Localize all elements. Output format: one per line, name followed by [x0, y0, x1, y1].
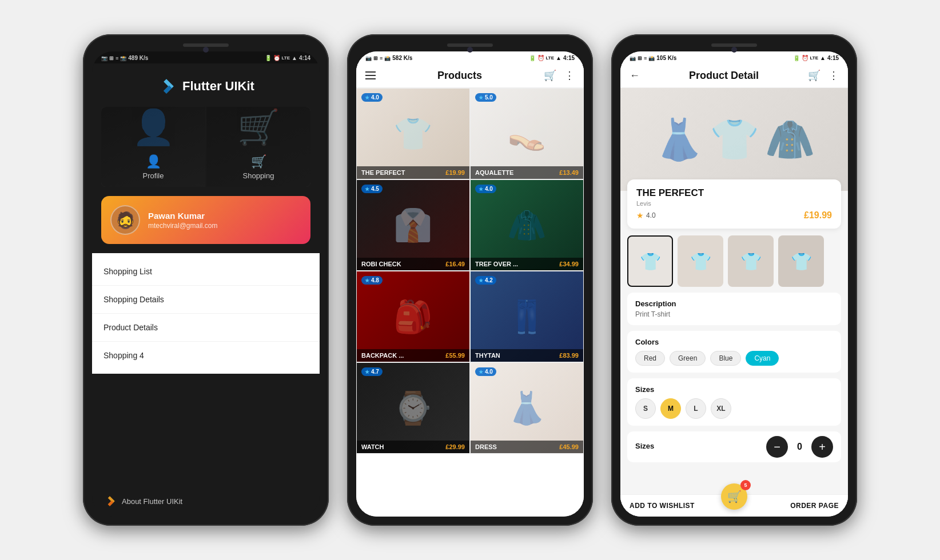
- product-info-bar-2: ROBI CHECK £16.49: [357, 258, 469, 270]
- thumb-2[interactable]: 👕: [678, 235, 723, 287]
- battery-icon-3: 🔋: [793, 55, 800, 61]
- menu-list: Shopping List Shopping Details Product D…: [92, 253, 320, 374]
- app-title-1: Flutter UIKit: [182, 79, 254, 94]
- menu-item-shopping-4[interactable]: Shopping 4: [92, 342, 320, 369]
- product-price-2: £16.49: [445, 261, 465, 267]
- add-to-wishlist-button[interactable]: ADD TO WISHLIST: [630, 502, 695, 510]
- size-m[interactable]: M: [660, 398, 681, 419]
- status-icons-left-3: 📷 ⊞ ≡ 📸 105 K/s: [630, 55, 676, 61]
- profile-icon: 👤: [146, 154, 161, 169]
- size-l[interactable]: L: [686, 398, 706, 419]
- wifi-icon-2: ▲: [556, 55, 561, 61]
- profile-figure: 👤: [132, 107, 175, 147]
- rating-badge-1: ★ 5.0: [475, 93, 496, 102]
- alarm-icon: ⏰: [273, 55, 280, 61]
- star-icon-5: ★: [479, 278, 483, 283]
- product-name-5: THYTAN: [475, 352, 500, 359]
- time-1: 4:14: [299, 55, 310, 61]
- product-image-0: 👕: [357, 89, 469, 179]
- phone2-main: Products 🛒 ⋮ 👕 ★ 4.0 THE PERFECT £19.99: [356, 63, 584, 517]
- rating-value-2: 4.5: [371, 186, 379, 192]
- thumb-4[interactable]: 👕: [778, 235, 824, 287]
- size-s[interactable]: S: [635, 398, 656, 419]
- product-card-2[interactable]: 👔 ★ 4.5 ROBI CHECK £16.49: [356, 179, 470, 271]
- sizes-label: Sizes: [635, 385, 833, 394]
- menu-item-shopping-details[interactable]: Shopping Details: [92, 286, 320, 314]
- description-section: Description Print T-shirt: [627, 293, 841, 325]
- hamburger-menu[interactable]: [365, 71, 376, 79]
- rating-value-6: 4.7: [371, 369, 379, 375]
- status-icons-right: 🔋 ⏰ LTE ▲ 4:14: [265, 55, 310, 61]
- flutter-logo-icon: [157, 77, 176, 95]
- product-price-0: £19.99: [445, 169, 465, 176]
- profile-avatar: 🧔: [110, 205, 140, 235]
- size-xl[interactable]: XL: [711, 398, 731, 419]
- more-icon-3[interactable]: ⋮: [829, 69, 839, 82]
- more-icon-2[interactable]: ⋮: [564, 69, 575, 82]
- products-grid: 👕 ★ 4.0 THE PERFECT £19.99 👡 ★ 5.0 AQUAL…: [356, 88, 584, 454]
- color-blue[interactable]: Blue: [710, 351, 741, 366]
- profile-gradient-card[interactable]: 🧔 Pawan Kumar mtechviral@gmail.com: [101, 196, 310, 244]
- status-icons-right-3: 🔋 ⏰ LTE ▲ 4:15: [793, 55, 839, 61]
- camera-icon: 📸: [120, 55, 126, 61]
- back-button[interactable]: ←: [630, 70, 640, 82]
- status-bar-3: 📷 ⊞ ≡ 📸 105 K/s 🔋 ⏰ LTE ▲ 4:15: [620, 51, 848, 63]
- cart-icon-3[interactable]: 🛒: [808, 69, 820, 82]
- qty-increase[interactable]: +: [811, 436, 833, 458]
- colors-label: Colors: [635, 338, 833, 346]
- qty-decrease[interactable]: −: [766, 436, 788, 458]
- product-card-5[interactable]: 👖 ★ 4.2 THYTAN £83.99: [470, 271, 584, 362]
- product-card-6[interactable]: ⌚ ★ 4.7 WATCH £29.99: [356, 362, 470, 454]
- product-price-3: £34.99: [559, 261, 579, 267]
- product-card-0[interactable]: 👕 ★ 4.0 THE PERFECT £19.99: [356, 88, 470, 179]
- app-bar-actions-3: 🛒 ⋮: [808, 69, 839, 82]
- shopping-icon: 🛒: [251, 154, 266, 169]
- product-card-1[interactable]: 👡 ★ 5.0 AQUALETTE £13.49: [470, 88, 584, 179]
- front-camera: [203, 47, 209, 53]
- product-name-2: ROBI CHECK: [361, 261, 401, 267]
- rating-value-5: 4.2: [485, 277, 493, 283]
- product-image-4: 🎒: [357, 271, 469, 362]
- lte-icon-3: LTE: [810, 55, 819, 61]
- product-name-0: THE PERFECT: [361, 169, 405, 176]
- products-title: Products: [437, 70, 482, 82]
- phone1-main: Flutter UIKit 👤 👤 Profile 🛒 🛒 Shopping: [92, 63, 320, 517]
- status-icons-left: 📷 ⊞ ≡ 📸 489 K/s: [101, 55, 148, 61]
- color-green[interactable]: Green: [670, 351, 706, 366]
- product-hero-image: 👗👕🧥: [620, 88, 848, 191]
- star-icon-6: ★: [365, 369, 369, 375]
- grid-icon: ⊞: [109, 55, 114, 61]
- order-page-button[interactable]: ORDER PAGE: [790, 502, 839, 510]
- lte-icon: LTE: [282, 55, 290, 61]
- star-icon-1: ★: [479, 95, 483, 101]
- thumb-3[interactable]: 👕: [728, 235, 774, 287]
- rating-badge-0: ★ 4.0: [361, 93, 383, 102]
- about-section[interactable]: About Flutter UIKit: [92, 486, 320, 517]
- menu-item-product-details[interactable]: Product Details: [92, 314, 320, 342]
- detail-title-bar: Product Detail: [689, 70, 759, 82]
- cart-icon-2[interactable]: 🛒: [544, 69, 556, 82]
- app-bar-3: ← Product Detail 🛒 ⋮: [620, 63, 848, 88]
- product-info-bar-3: TREF OVER ... £34.99: [471, 258, 583, 270]
- shopping-card[interactable]: 🛒 🛒 Shopping: [206, 107, 310, 187]
- thumb-1[interactable]: 👕: [627, 235, 673, 287]
- cart-fab-button[interactable]: 🛒 5: [721, 483, 747, 510]
- phone3-main: ← Product Detail 🛒 ⋮ 👗👕🧥 THE PERFECT Lev…: [620, 63, 848, 517]
- ig-icon-2: 📷: [365, 55, 372, 61]
- alarm-icon-3: ⏰: [802, 55, 808, 61]
- screen-1: 📷 ⊞ ≡ 📸 489 K/s 🔋 ⏰ LTE ▲ 4:14: [92, 51, 320, 517]
- color-red[interactable]: Red: [635, 351, 665, 366]
- star-icon-7: ★: [479, 369, 483, 375]
- menu-item-shopping-list[interactable]: Shopping List: [92, 258, 320, 286]
- profile-card[interactable]: 👤 👤 Profile: [101, 107, 205, 187]
- grid-icon-3: ⊞: [638, 55, 642, 61]
- hero-figures: 👗👕🧥: [654, 116, 815, 163]
- product-price-7: £45.99: [559, 443, 579, 450]
- product-card-3[interactable]: 🧥 ★ 4.0 TREF OVER ... £34.99: [470, 179, 584, 271]
- product-card-4[interactable]: 🎒 ★ 4.8 BACKPACK ... £55.99: [356, 271, 470, 362]
- color-cyan[interactable]: Cyan: [746, 351, 779, 366]
- product-card-7[interactable]: 👗 ★ 4.0 DRESS £45.99: [470, 362, 584, 454]
- wifi-icon: ▲: [292, 55, 297, 61]
- product-price-4: £55.99: [445, 352, 465, 359]
- product-name-3: TREF OVER ...: [475, 261, 518, 267]
